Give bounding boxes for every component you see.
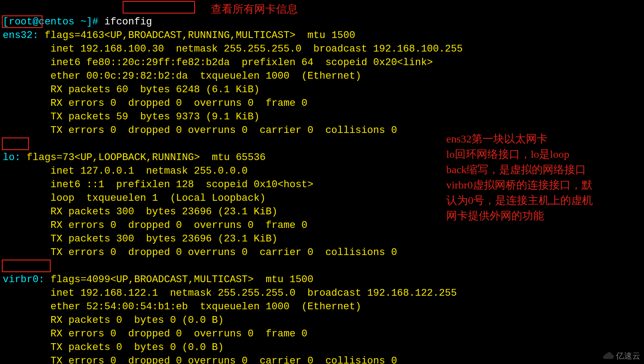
iface-lo-l6: RX errors 0 dropped 0 overruns 0 frame 0 [3,220,307,231]
iface-lo-l1: flags=73<UP,LOOPBACK,RUNNING> mtu 65536 [27,152,266,163]
iface-ens32-l1: flags=4163<UP,BROADCAST,RUNNING,MULTICAS… [44,30,355,41]
iface-ens32-l7: TX packets 59 bytes 9373 (9.1 KiB) [3,111,260,123]
side-line: ens32第一块以太网卡 [446,131,641,147]
iface-lo-l5: RX packets 300 bytes 23696 (23.1 KiB) [3,206,277,217]
highlight-box-lo [2,137,29,150]
iface-lo-l7: TX packets 300 bytes 23696 (23.1 KiB) [3,233,277,245]
side-line: virbr0虚拟网桥的连接接口，默 [446,177,641,193]
iface-ens32-l2: inet 192.168.100.30 netmask 255.255.255.… [3,43,463,55]
iface-virbr0-l2: inet 192.168.122.1 netmask 255.255.255.0… [3,288,457,299]
annotation-command-note: 查看所有网卡信息 [211,2,298,16]
iface-lo-l2: inet 127.0.0.1 netmask 255.0.0.0 [3,165,248,177]
iface-ens32-name: ens32: [3,30,38,41]
side-line: 认为0号，是连接主机上的虚机 [446,193,641,208]
cloud-icon [602,351,614,361]
command-text: ifconfig [104,16,152,28]
side-line: back缩写，是虚拟的网络接口 [446,162,641,177]
iface-ens32-l5: RX packets 60 bytes 6248 (6.1 KiB) [3,84,260,95]
iface-ens32-l6: RX errors 0 dropped 0 overruns 0 frame 0 [3,98,307,109]
watermark-text: 亿速云 [616,350,640,361]
iface-lo-l3: inet6 ::1 prefixlen 128 scopeid 0x10<hos… [3,179,314,190]
iface-virbr0-l1: flags=4099<UP,BROADCAST,MULTICAST> mtu 1… [51,274,314,285]
watermark: 亿速云 [602,350,640,361]
iface-ens32-l3: inet6 fe80::20c:29ff:fe82:b2da prefixlen… [3,57,433,68]
highlight-box-ens32 [2,15,43,28]
iface-virbr0-l3: ether 52:54:00:54:b1:eb txqueuelen 1000 … [3,301,361,312]
iface-virbr0-name: virbr0: [3,274,44,285]
iface-ens32-l8: TX errors 0 dropped 0 overruns 0 carrier… [3,125,397,136]
side-line: lo回环网络接口，lo是loop [446,147,641,162]
iface-lo-l4: loop txqueuelen 1 (Local Loopback) [3,193,266,204]
iface-virbr0-l7: TX errors 0 dropped 0 overruns 0 carrier… [3,355,397,364]
iface-lo-l8: TX errors 0 dropped 0 overruns 0 carrier… [3,247,397,258]
iface-virbr0-l6: TX packets 0 bytes 0 (0.0 B) [3,342,224,353]
iface-virbr0-l4: RX packets 0 bytes 0 (0.0 B) [3,315,224,326]
iface-ens32-l4: ether 00:0c:29:82:b2:da txqueuelen 1000 … [3,71,361,82]
iface-virbr0-l5: RX errors 0 dropped 0 overruns 0 frame 0 [3,328,307,340]
side-line: 网卡提供外网的功能 [446,208,641,223]
iface-lo-name: lo: [3,152,21,163]
highlight-box-virbr0 [2,260,51,272]
annotation-side-note: ens32第一块以太网卡 lo回环网络接口，lo是loop back缩写，是虚拟… [446,131,641,223]
highlight-box-command [123,1,195,14]
